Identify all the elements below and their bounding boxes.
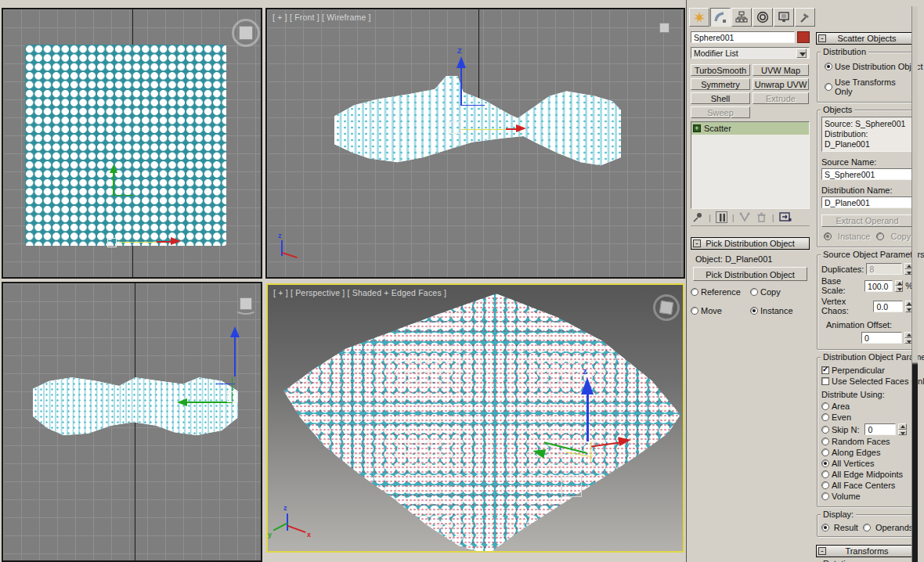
modifier-button-symmetry[interactable]: Symmetry [691,78,750,90]
operand-source[interactable]: Source: S_Sphere001 [825,119,910,129]
tripod-y-label: y [268,531,272,539]
pin-stack-icon[interactable] [692,211,704,223]
radio-reference[interactable] [691,288,698,296]
remove-modifier-icon [756,211,767,223]
radio-use-transforms-only[interactable] [825,83,832,91]
gizmo-y-axis[interactable] [113,172,114,196]
dropdown-arrow-icon[interactable] [796,49,807,58]
command-panel: Sphere001 Modifier List TurboSmooth UVW … [686,0,918,562]
tab-utilities[interactable] [795,8,815,27]
gizmo-z-axis[interactable] [460,68,462,106]
show-end-result-icon[interactable] [716,211,727,223]
collapse-icon[interactable]: - [818,547,826,555]
world-tripod-x [287,525,305,533]
scatter-spheres-perspective[interactable] [276,291,684,553]
gizmo-x-arrowhead [516,124,526,132]
radio-all-vertices[interactable] [821,459,829,467]
pick-distribution-object-button[interactable]: Pick Distribution Object [693,267,807,281]
modifier-button-uvwmap[interactable]: UVW Map [753,64,809,76]
radio-volume[interactable] [821,492,829,500]
selection-bracket [449,121,461,134]
transforms-rollout-header[interactable]: - Transforms [816,545,918,557]
radio-display-result[interactable] [821,524,829,531]
radio-extract-instance [824,232,832,240]
modify-icon [714,11,727,23]
gizmo-z-axis[interactable] [234,337,236,376]
modifier-list-dropdown[interactable]: Modifier List [691,47,810,59]
radio-use-distribution-object[interactable] [825,63,832,70]
radio-all-edge-midpoints[interactable] [821,470,829,478]
radio-instance[interactable] [750,307,758,315]
world-tripod-y [273,522,288,531]
display-group: Display: Result Operands [817,514,917,537]
gizmo-x-axis[interactable] [157,241,171,243]
modifier-stack-list[interactable]: + Scatter [691,121,810,209]
configure-modifier-sets-icon[interactable] [779,211,792,223]
operand-distribution[interactable]: Distribution: D_Plane001 [825,129,910,150]
source-name-field[interactable]: S_Sphere001 [821,168,913,180]
gizmo-y-axis[interactable] [187,402,233,403]
selection-bracket [227,391,238,402]
tripod-x-label: x [307,531,311,539]
viewport-perspective[interactable]: [ + ] [ Perspective ] [ Shaded + Edged F… [266,283,684,553]
radio-skip-n[interactable] [821,426,829,434]
scatter-spheres-front-view[interactable] [334,68,621,168]
panel-scrollbar[interactable] [911,6,918,562]
modifier-button-turbosmooth[interactable]: TurboSmooth [691,64,750,76]
radio-copy[interactable] [750,288,758,296]
tab-display[interactable] [774,8,794,27]
radio-area[interactable] [821,402,829,410]
tab-modify[interactable] [710,8,731,27]
viewport-left[interactable] [2,282,262,562]
radio-even[interactable] [821,413,829,421]
tab-motion[interactable] [753,8,773,27]
radio-display-operands[interactable] [863,524,871,531]
modifier-stack-row-scatter[interactable]: + Scatter [691,122,809,135]
radio-move[interactable] [691,307,698,315]
pick-distribution-rollout-header[interactable]: - Pick Distribution Object [691,237,810,250]
viewport-front[interactable]: [ + ] [ Front ] [ Wireframe ] Z z [265,8,685,279]
tab-create[interactable] [689,8,709,27]
gizmo-z-label: Z [457,47,462,55]
modifier-button-unwrapuvw[interactable]: Unwrap UVW [753,78,809,90]
gizmo-x-axis[interactable] [506,128,516,130]
object-name-field[interactable]: Sphere001 [691,31,795,43]
tab-hierarchy[interactable] [731,8,752,27]
skip-n-field[interactable]: 0 [864,423,896,435]
skip-n-spinner[interactable] [898,423,907,435]
operands-listbox[interactable]: Source: S_Sphere001 Distribution: D_Plan… [821,117,913,152]
base-scale-spinner[interactable] [895,280,903,292]
viewcube-face[interactable] [239,26,253,40]
animation-offset-field[interactable]: 0 [861,332,902,344]
viewport-label-front[interactable]: [ + ] [ Front ] [ Wireframe ] [273,13,371,22]
scatter-objects-rollout-header[interactable]: - Scatter Objects [816,32,918,45]
scatter-rollout-column: - Scatter Objects Distribution Use Distr… [816,30,918,562]
scatter-spheres-left-view[interactable] [33,376,238,435]
viewport-label-perspective[interactable]: [ + ] [ Perspective ] [ Shaded + Edged F… [273,288,446,297]
collapse-icon[interactable]: - [818,34,826,42]
object-color-swatch[interactable] [797,31,810,43]
collapse-icon[interactable]: - [693,240,701,247]
vertex-chaos-field[interactable]: 0.0 [873,301,902,312]
gizmo-z-label: z [583,366,587,376]
viewcube-mini[interactable] [659,23,670,33]
checkbox-perpendicular[interactable]: ✓ [821,366,829,374]
radio-all-face-centers[interactable] [821,481,829,489]
viewport-top[interactable] [2,8,262,279]
create-icon [693,11,706,23]
gizmo-z-axis[interactable] [587,394,589,441]
checkbox-use-selected-faces[interactable] [821,377,829,385]
radio-along-edges[interactable] [821,449,829,456]
gizmo-xy-line [114,195,134,196]
distribution-name-field[interactable]: D_Plane001 [821,196,913,208]
viewport-axis-tripod-x [282,252,298,258]
radio-random-faces[interactable] [821,438,829,445]
base-scale-field[interactable]: 100.0 [864,280,893,292]
distribution-group: Distribution Use Distribution Object Use… [817,52,917,103]
scatter-spheres-top-view[interactable] [25,45,226,246]
viewcube-cube[interactable] [659,301,673,315]
gizmo-z-elbow [461,105,485,106]
modifier-button-shell[interactable]: Shell [691,92,750,104]
modifier-button-extrude: Extrude [753,92,809,104]
stack-expand-icon[interactable]: + [693,124,701,132]
